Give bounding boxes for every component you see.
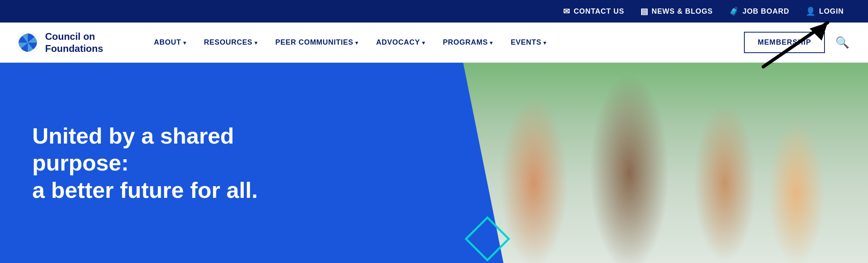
hero-headline: United by a shared purpose: a better fut… — [32, 122, 314, 203]
nav-bar: Council on Foundations ABOUT ▾ RESOURCES… — [0, 23, 868, 63]
top-bar: ✉ CONTACT US ▤ NEWS & BLOGS 🧳 JOB BOARD … — [0, 0, 868, 23]
nav-item-events[interactable]: EVENTS ▾ — [502, 38, 555, 47]
membership-button[interactable]: MEMBERSHIP — [744, 32, 825, 53]
nav-item-programs[interactable]: PROGRAMS ▾ — [434, 38, 502, 47]
contact-us-label: CONTACT US — [574, 7, 624, 16]
nav-item-resources[interactable]: RESOURCES ▾ — [195, 38, 266, 47]
hero-blue-panel: United by a shared purpose: a better fut… — [0, 63, 503, 263]
news-blogs-label: NEWS & BLOGS — [652, 7, 713, 16]
hero-section: United by a shared purpose: a better fut… — [0, 63, 868, 263]
news-blogs-icon: ▤ — [640, 6, 648, 16]
login-icon: 👤 — [806, 6, 816, 16]
logo-icon — [16, 31, 39, 54]
logo[interactable]: Council on Foundations — [16, 31, 121, 55]
contact-us-icon: ✉ — [563, 6, 570, 16]
contact-us-link[interactable]: ✉ CONTACT US — [563, 6, 624, 16]
advocacy-chevron-icon: ▾ — [422, 40, 425, 46]
nav-right: MEMBERSHIP 🔍 — [744, 32, 852, 53]
login-label: LOGIN — [819, 7, 844, 16]
nav-item-advocacy[interactable]: ADVOCACY ▾ — [367, 38, 434, 47]
job-board-icon: 🧳 — [729, 6, 740, 16]
about-chevron-icon: ▾ — [183, 40, 186, 46]
nav-item-peer-communities[interactable]: PEER COMMUNITIES ▾ — [267, 38, 367, 47]
events-chevron-icon: ▾ — [543, 40, 547, 46]
nav-links: ABOUT ▾ RESOURCES ▾ PEER COMMUNITIES ▾ A… — [145, 38, 744, 47]
job-board-label: JOB BOARD — [742, 7, 789, 16]
peer-communities-chevron-icon: ▾ — [355, 40, 358, 46]
logo-text: Council on Foundations — [45, 31, 103, 55]
job-board-link[interactable]: 🧳 JOB BOARD — [729, 6, 789, 16]
login-link[interactable]: 👤 LOGIN — [806, 6, 844, 16]
search-icon[interactable]: 🔍 — [833, 33, 852, 51]
resources-chevron-icon: ▾ — [255, 40, 258, 46]
programs-chevron-icon: ▾ — [490, 40, 493, 46]
news-blogs-link[interactable]: ▤ NEWS & BLOGS — [640, 6, 713, 16]
nav-item-about[interactable]: ABOUT ▾ — [145, 38, 195, 47]
